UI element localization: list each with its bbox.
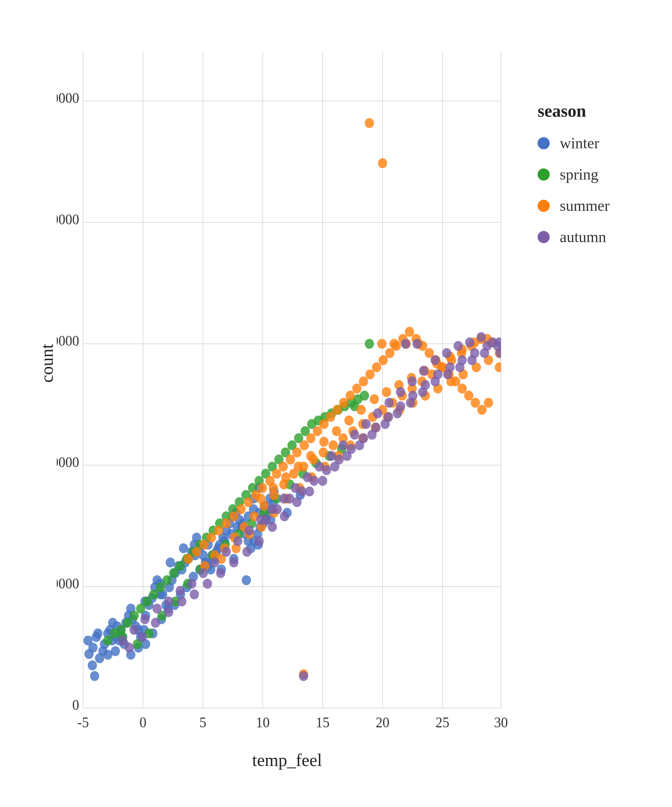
svg-point-367 xyxy=(216,568,225,578)
svg-point-245 xyxy=(484,398,493,408)
svg-point-331 xyxy=(176,586,185,596)
svg-point-363 xyxy=(164,607,173,617)
plot-area: 0 10000 20000 30000 40000 50000 -5 0 5 1… xyxy=(57,34,518,773)
svg-point-213 xyxy=(272,469,281,479)
svg-point-408 xyxy=(445,362,455,372)
svg-point-412 xyxy=(495,337,504,348)
svg-point-351 xyxy=(407,377,417,387)
svg-point-393 xyxy=(261,515,270,525)
svg-point-307 xyxy=(319,437,328,447)
svg-point-225 xyxy=(352,384,361,394)
svg-point-299 xyxy=(365,118,374,128)
svg-point-405 xyxy=(408,391,417,401)
svg-point-223 xyxy=(339,398,348,408)
svg-wrap: 0 10000 20000 30000 40000 50000 -5 0 5 1… xyxy=(57,34,518,744)
svg-point-150 xyxy=(162,575,171,585)
svg-point-208 xyxy=(237,504,246,515)
svg-point-362 xyxy=(151,618,160,628)
svg-text:0: 0 xyxy=(139,714,147,731)
svg-point-205 xyxy=(214,526,223,536)
svg-point-401 xyxy=(359,433,368,443)
legend-dot-spring xyxy=(538,168,550,181)
svg-text:30: 30 xyxy=(494,714,508,731)
svg-point-355 xyxy=(454,341,463,351)
legend-label-spring: spring xyxy=(560,165,598,183)
svg-point-328 xyxy=(141,614,149,624)
svg-point-230 xyxy=(385,348,394,358)
svg-point-409 xyxy=(458,355,467,365)
x-axis-label: temp_feel xyxy=(57,744,518,773)
svg-point-201 xyxy=(184,554,193,564)
svg-point-149 xyxy=(156,583,165,593)
svg-point-410 xyxy=(470,348,479,358)
svg-point-145 xyxy=(129,611,138,621)
svg-point-406 xyxy=(421,380,430,390)
svg-point-215 xyxy=(286,455,295,465)
svg-point-372 xyxy=(280,511,289,521)
legend-item-autumn: autumn xyxy=(538,228,638,246)
svg-point-141 xyxy=(103,636,112,646)
svg-point-411 xyxy=(482,341,492,351)
svg-point-180 xyxy=(360,391,369,401)
svg-point-209 xyxy=(243,497,253,507)
y-axis-label: count xyxy=(34,0,57,733)
svg-point-395 xyxy=(285,493,294,504)
svg-point-370 xyxy=(255,536,264,546)
svg-point-106 xyxy=(242,575,251,585)
svg-point-226 xyxy=(359,377,368,387)
svg-point-347 xyxy=(362,419,371,429)
svg-point-404 xyxy=(396,401,405,411)
svg-text:20000: 20000 xyxy=(57,453,79,470)
svg-point-211 xyxy=(258,483,267,493)
legend-item-winter: winter xyxy=(538,134,638,152)
svg-point-311 xyxy=(369,394,379,404)
svg-point-241 xyxy=(458,384,467,394)
svg-point-222 xyxy=(333,405,342,415)
svg-point-369 xyxy=(242,547,251,557)
svg-point-402 xyxy=(371,423,380,433)
svg-point-332 xyxy=(187,579,196,589)
svg-point-337 xyxy=(245,526,254,536)
svg-point-398 xyxy=(322,465,331,475)
svg-point-321 xyxy=(495,362,504,372)
svg-point-350 xyxy=(396,387,405,397)
svg-point-101 xyxy=(179,543,188,553)
svg-point-214 xyxy=(278,462,288,472)
svg-point-365 xyxy=(190,589,199,599)
svg-point-361 xyxy=(138,632,147,642)
svg-point-399 xyxy=(335,455,344,465)
svg-point-303 xyxy=(269,483,278,493)
svg-point-333 xyxy=(199,568,208,578)
svg-point-146 xyxy=(136,604,145,614)
svg-text:10: 10 xyxy=(256,714,270,731)
svg-point-334 xyxy=(210,558,219,568)
legend-dot-summer xyxy=(538,200,550,212)
legend-item-summer: summer xyxy=(538,197,638,214)
svg-point-327 xyxy=(129,625,138,635)
svg-point-308 xyxy=(332,426,341,436)
svg-point-35 xyxy=(93,628,103,639)
svg-point-400 xyxy=(347,444,356,454)
svg-point-244 xyxy=(477,405,487,415)
plot-and-legend: 0 10000 20000 30000 40000 50000 -5 0 5 1… xyxy=(57,34,638,773)
svg-point-345 xyxy=(338,440,348,450)
svg-point-346 xyxy=(350,430,359,440)
svg-point-375 xyxy=(318,476,327,486)
legend-label-summer: summer xyxy=(560,197,609,214)
svg-point-323 xyxy=(389,339,399,349)
svg-point-217 xyxy=(300,440,309,450)
svg-point-144 xyxy=(123,618,132,628)
svg-point-391 xyxy=(401,339,410,349)
scatter-dots xyxy=(83,118,505,681)
svg-point-349 xyxy=(384,398,394,408)
svg-point-336 xyxy=(233,536,242,546)
legend-dot-winter xyxy=(538,137,550,149)
svg-point-242 xyxy=(464,391,473,401)
legend-dot-autumn xyxy=(538,231,550,243)
svg-text:30000: 30000 xyxy=(57,332,79,349)
svg-point-229 xyxy=(379,355,388,365)
svg-text:10000: 10000 xyxy=(57,575,79,591)
svg-point-390 xyxy=(299,671,308,681)
svg-point-403 xyxy=(384,412,393,422)
svg-point-218 xyxy=(306,433,315,443)
